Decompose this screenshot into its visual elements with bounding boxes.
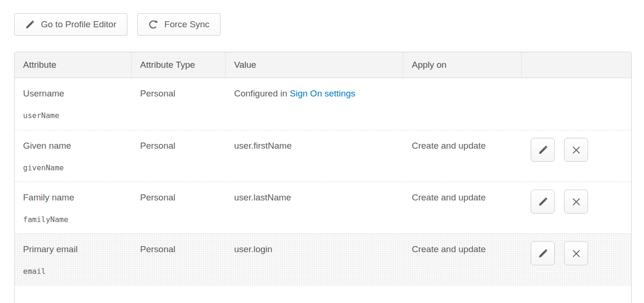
apply-on-cell: Create and update — [403, 234, 522, 285]
header-attribute: Attribute — [15, 52, 132, 78]
attribute-variable-name: familyName — [23, 215, 123, 224]
pencil-icon — [538, 248, 548, 259]
force-sync-button[interactable]: Force Sync — [137, 13, 220, 36]
attribute-type-cell: Personal — [132, 182, 226, 233]
row-actions — [522, 130, 631, 182]
edit-attribute-button[interactable] — [531, 138, 555, 162]
empty-row — [15, 285, 631, 303]
value-cell: Configured in Sign On settings — [226, 78, 403, 130]
force-sync-label: Force Sync — [165, 19, 210, 30]
value-expression: user.lastName — [234, 192, 291, 202]
toolbar: Go to Profile Editor Force Sync — [14, 13, 644, 36]
header-actions — [522, 52, 631, 78]
attribute-label: Family name — [23, 192, 123, 203]
delete-attribute-button[interactable] — [564, 190, 588, 214]
attribute-cell: Family name familyName — [15, 182, 132, 233]
value-configured-text: Configured in Sign On settings — [234, 88, 355, 98]
refresh-icon — [148, 19, 158, 30]
close-icon — [571, 248, 581, 259]
table-row: Username userName Personal Configured in… — [15, 78, 631, 130]
value-expression: user.firstName — [234, 141, 291, 151]
edit-attribute-button[interactable] — [531, 190, 555, 214]
attribute-type-cell: Personal — [132, 130, 226, 182]
table-row: Primary email email Personal user.login … — [15, 233, 631, 285]
attribute-type-cell: Personal — [132, 78, 226, 130]
apply-on-cell: Create and update — [403, 130, 522, 182]
apply-on-cell: Create and update — [403, 182, 522, 233]
attribute-mappings-page: Go to Profile Editor Force Sync Attribut… — [0, 13, 644, 303]
go-to-profile-editor-button[interactable]: Go to Profile Editor — [14, 13, 127, 36]
pencil-icon — [25, 20, 35, 30]
pencil-icon — [538, 197, 548, 207]
attribute-mappings-table: Attribute Attribute Type Value Apply on … — [14, 52, 632, 303]
attribute-type-cell: Personal — [132, 234, 226, 285]
edit-attribute-button[interactable] — [531, 241, 555, 265]
attribute-variable-name: userName — [23, 111, 123, 120]
close-icon — [571, 145, 581, 155]
attribute-cell: Primary email email — [15, 234, 132, 285]
sign-on-settings-link[interactable]: Sign On settings — [290, 88, 355, 98]
attribute-label: Primary email — [23, 244, 123, 255]
apply-on-cell — [403, 78, 522, 130]
row-actions — [522, 234, 631, 285]
value-cell: user.lastName — [226, 182, 403, 233]
go-to-profile-editor-label: Go to Profile Editor — [41, 19, 117, 30]
attribute-cell: Given name givenName — [15, 130, 132, 182]
table-row: Given name givenName Personal user.first… — [15, 130, 631, 182]
table-body: Username userName Personal Configured in… — [15, 78, 631, 285]
header-attribute-type: Attribute Type — [132, 52, 226, 78]
table-row: Family name familyName Personal user.las… — [15, 182, 631, 233]
delete-attribute-button[interactable] — [564, 241, 588, 265]
pencil-icon — [538, 145, 548, 155]
attribute-label: Given name — [23, 141, 123, 151]
value-prefix-text: Configured in — [234, 88, 290, 98]
attribute-label: Username — [23, 88, 123, 99]
attribute-variable-name: givenName — [23, 163, 123, 172]
value-cell: user.login — [226, 234, 403, 285]
attribute-cell: Username userName — [15, 78, 132, 130]
attribute-variable-name: email — [23, 267, 123, 276]
header-value: Value — [226, 52, 403, 78]
value-cell: user.firstName — [226, 130, 403, 182]
table-header-row: Attribute Attribute Type Value Apply on — [15, 52, 631, 78]
close-icon — [571, 197, 581, 207]
value-expression: user.login — [234, 244, 272, 254]
header-apply-on: Apply on — [403, 52, 522, 78]
row-actions — [522, 182, 631, 233]
delete-attribute-button[interactable] — [564, 138, 588, 162]
